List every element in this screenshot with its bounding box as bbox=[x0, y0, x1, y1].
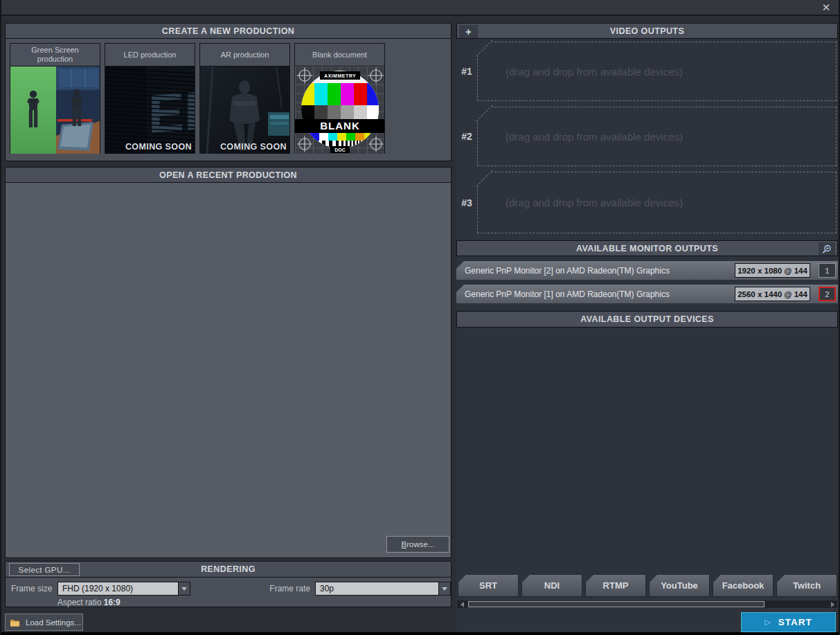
scroll-right-icon[interactable] bbox=[828, 600, 837, 608]
monitor-number-badge-highlighted: 2 bbox=[819, 287, 836, 301]
video-outputs-title: VIDEO OUTPUTS bbox=[610, 26, 684, 36]
tab-label: RTMP bbox=[603, 580, 629, 591]
folder-icon bbox=[10, 618, 20, 627]
green-screen-thumbnail bbox=[10, 66, 100, 154]
browse-button[interactable]: Browse... bbox=[386, 536, 449, 553]
output-slot-1-dropzone[interactable]: (drag and drop from available devices) bbox=[477, 42, 837, 101]
scroll-left-icon[interactable] bbox=[457, 600, 467, 608]
tab-label: Twitch bbox=[793, 580, 821, 591]
coming-soon-badge: COMING SOON bbox=[105, 142, 193, 152]
add-icon: + bbox=[465, 26, 472, 37]
frame-rate-label: Frame rate bbox=[231, 582, 310, 596]
frame-size-value: FHD (1920 x 1080) bbox=[58, 582, 178, 595]
card-title: AR production bbox=[200, 44, 289, 66]
monitor-name: Generic PnP Monitor [2] on AMD Radeon(TM… bbox=[465, 266, 670, 276]
tab-twitch[interactable]: Twitch bbox=[776, 574, 837, 597]
output-slot-1-label: #1 bbox=[458, 42, 476, 101]
led-art: ED bbox=[105, 66, 195, 154]
tab-ndi[interactable]: NDI bbox=[521, 574, 582, 597]
monitor-resolution-badge: 2560 x 1440 @ 144 bbox=[735, 287, 810, 301]
rendering-body: Frame size FHD (1920 x 1080) Aspect rati… bbox=[5, 578, 452, 607]
frame-size-label: Frame size bbox=[11, 582, 52, 596]
rendering-header: Select GPU... RENDERING bbox=[5, 561, 452, 578]
card-title: Blank document bbox=[295, 44, 384, 66]
load-settings-label: Load Settings... bbox=[26, 618, 81, 627]
window-bottom-edge bbox=[1, 632, 839, 635]
monitor-name: Generic PnP Monitor [1] on AMD Radeon(TM… bbox=[465, 289, 670, 299]
create-production-body: Green Screen production bbox=[5, 39, 452, 161]
monitor-outputs-header: AVAILABLE MONITOR OUTPUTS bbox=[456, 240, 838, 256]
left-column: CREATE A NEW PRODUCTION Green Screen pro… bbox=[5, 23, 452, 632]
start-button[interactable]: ▷ START bbox=[741, 612, 836, 632]
dropzone-placeholder: (drag and drop from available devices) bbox=[478, 42, 836, 100]
frame-rate-dropdown[interactable]: 30p bbox=[315, 582, 451, 596]
output-slot-2-label: #2 bbox=[458, 107, 476, 166]
dropzone-placeholder: (drag and drop from available devices) bbox=[478, 107, 836, 166]
tab-label: SRT bbox=[479, 580, 497, 591]
monitor-number-badge: 1 bbox=[819, 263, 836, 278]
card-title: LED production bbox=[105, 44, 195, 66]
tab-facebook[interactable]: Facebook bbox=[713, 574, 774, 597]
recent-production-title: OPEN A RECENT PRODUCTION bbox=[159, 170, 297, 180]
tab-label: YouTube bbox=[661, 580, 698, 591]
select-gpu-button[interactable]: Select GPU... bbox=[9, 563, 80, 576]
start-button-label: START bbox=[778, 617, 812, 627]
frame-size-dropdown[interactable]: FHD (1920 x 1080) bbox=[57, 582, 190, 596]
title-bar: ✕ bbox=[1, 0, 839, 16]
pattern-brand-label: AXIMMETRY bbox=[324, 73, 356, 78]
load-settings-button[interactable]: Load Settings... bbox=[5, 614, 83, 631]
tab-youtube[interactable]: YouTube bbox=[649, 574, 710, 597]
monitor-row-1[interactable]: Generic PnP Monitor [2] on AMD Radeon(TM… bbox=[456, 261, 838, 280]
coming-soon-badge: COMING SOON bbox=[200, 142, 288, 152]
chevron-down-icon[interactable] bbox=[438, 582, 450, 595]
monitor-outputs-title: AVAILABLE MONITOR OUTPUTS bbox=[576, 244, 718, 253]
recent-production-header: OPEN A RECENT PRODUCTION bbox=[5, 167, 452, 183]
launcher-window: ✕ CREATE A NEW PRODUCTION Green Screen p… bbox=[0, 0, 840, 635]
monitor-row-2[interactable]: Generic PnP Monitor [1] on AMD Radeon(TM… bbox=[456, 285, 838, 303]
dropzone-placeholder: (drag and drop from available devices) bbox=[478, 172, 836, 233]
led-thumbnail: ED COMING SOON bbox=[105, 66, 195, 154]
stream-tab-bar: SRT NDI RTMP YouTube Facebook Twitch bbox=[456, 574, 838, 597]
output-slot-2-dropzone[interactable]: (drag and drop from available devices) bbox=[477, 107, 837, 166]
play-icon: ▷ bbox=[765, 618, 771, 627]
chevron-down-icon[interactable] bbox=[178, 582, 190, 595]
test-pattern-art: BLANK AXIMMETRY DOC bbox=[295, 66, 384, 154]
blank-document-thumbnail: BLANK AXIMMETRY DOC bbox=[295, 66, 384, 154]
frame-rate-value: 30p bbox=[316, 582, 438, 595]
create-production-title: CREATE A NEW PRODUCTION bbox=[162, 26, 294, 36]
output-slot-3-dropzone[interactable]: (drag and drop from available devices) bbox=[477, 172, 837, 233]
close-icon[interactable]: ✕ bbox=[820, 1, 832, 14]
video-outputs-header: + VIDEO OUTPUTS bbox=[456, 23, 838, 39]
output-devices-header: AVAILABLE OUTPUT DEVICES bbox=[456, 311, 838, 328]
create-production-header: CREATE A NEW PRODUCTION bbox=[5, 23, 452, 39]
recent-production-body: Browse... bbox=[5, 183, 452, 558]
card-ar-production[interactable]: AR production bbox=[199, 43, 290, 154]
card-led-production[interactable]: LED production ED COMING SOON bbox=[105, 43, 195, 154]
scrollbar-thumb[interactable] bbox=[468, 601, 765, 607]
magnifier-plus-icon bbox=[822, 244, 832, 254]
output-slot-3-label: #3 bbox=[458, 172, 476, 233]
tab-srt[interactable]: SRT bbox=[458, 574, 519, 597]
green-screen-art bbox=[10, 66, 100, 154]
monitor-resolution-badge: 1920 x 1080 @ 144 bbox=[735, 263, 810, 278]
identify-monitors-button[interactable] bbox=[819, 242, 835, 256]
rendering-title: RENDERING bbox=[201, 564, 256, 574]
output-devices-title: AVAILABLE OUTPUT DEVICES bbox=[580, 314, 713, 324]
ar-thumbnail: COMING SOON bbox=[200, 66, 289, 154]
pattern-doc-label: DOC bbox=[334, 147, 346, 152]
horizontal-scrollbar[interactable] bbox=[456, 600, 838, 609]
card-blank-document[interactable]: Blank document bbox=[294, 43, 385, 154]
right-column: + VIDEO OUTPUTS #1 (drag and drop from a… bbox=[456, 23, 838, 632]
aspect-ratio-value: 16:9 bbox=[104, 598, 120, 607]
tab-rtmp[interactable]: RTMP bbox=[585, 574, 646, 597]
browse-button-label: Browse... bbox=[402, 540, 435, 548]
tab-label: NDI bbox=[544, 580, 560, 591]
add-output-button[interactable]: + bbox=[459, 25, 478, 38]
aspect-ratio-label: Aspect ratio 16:9 bbox=[57, 596, 120, 609]
select-gpu-label: Select GPU... bbox=[19, 566, 71, 574]
pattern-center-label: BLANK bbox=[320, 120, 360, 132]
card-green-screen-production[interactable]: Green Screen production bbox=[10, 43, 100, 154]
ar-art bbox=[200, 66, 289, 154]
card-title: Green Screen production bbox=[10, 44, 100, 66]
tab-label: Facebook bbox=[722, 580, 765, 591]
